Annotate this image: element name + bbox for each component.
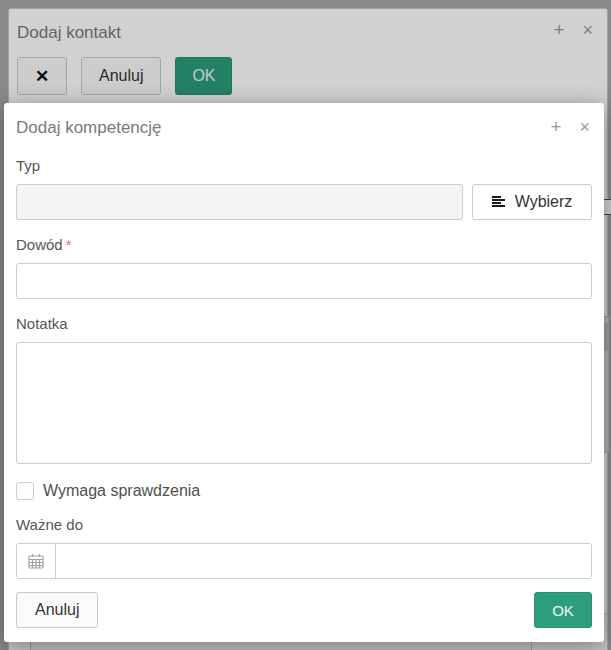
- wazne-do-input[interactable]: [56, 544, 591, 578]
- required-marker: *: [66, 236, 72, 253]
- dialog-footer: Anuluj OK: [16, 592, 592, 628]
- notatka-label: Notatka: [16, 315, 592, 333]
- expand-icon[interactable]: +: [550, 117, 561, 137]
- screen: Dodaj kontakt + × ✕ Anuluj OK Dodaj komp…: [0, 0, 611, 650]
- calendar-icon: [28, 553, 44, 569]
- typ-label: Typ: [16, 157, 592, 175]
- list-icon: [492, 195, 507, 210]
- calendar-trigger[interactable]: [17, 544, 56, 578]
- dialog-header: Dodaj kompetencję + ×: [16, 117, 592, 141]
- close-icon[interactable]: ×: [579, 117, 590, 137]
- notatka-textarea[interactable]: [16, 342, 592, 464]
- wybierz-button[interactable]: Wybierz: [472, 184, 592, 220]
- wybierz-label: Wybierz: [515, 193, 573, 211]
- dialog-dodaj-kompetencje: Dodaj kompetencję + × Typ Wybierz: [4, 103, 604, 642]
- cancel-button[interactable]: Anuluj: [16, 592, 98, 628]
- wymaga-sprawdzenia-label: Wymaga sprawdzenia: [43, 482, 200, 500]
- wazne-do-label: Ważne do: [16, 516, 592, 534]
- dowod-label: Dowód*: [16, 236, 592, 254]
- dowod-label-text: Dowód: [16, 236, 63, 253]
- wazne-do-field: [16, 543, 592, 579]
- dowod-input[interactable]: [16, 263, 592, 299]
- wymaga-sprawdzenia-row[interactable]: Wymaga sprawdzenia: [16, 482, 592, 500]
- typ-row: Wybierz: [16, 184, 592, 220]
- wymaga-sprawdzenia-checkbox[interactable]: [16, 482, 34, 500]
- ok-button[interactable]: OK: [534, 592, 592, 628]
- typ-input[interactable]: [16, 184, 463, 220]
- dialog-title: Dodaj kompetencję: [16, 118, 162, 137]
